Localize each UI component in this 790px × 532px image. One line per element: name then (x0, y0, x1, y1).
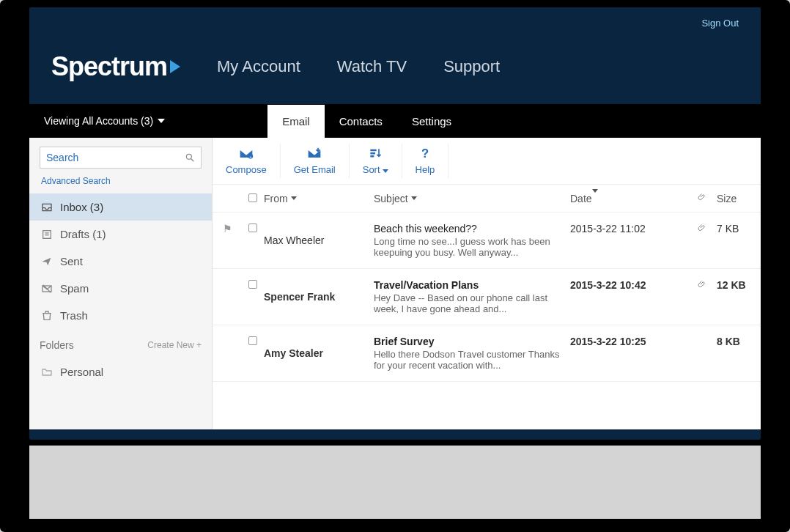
message-row[interactable]: ⚑Max WheelerBeach this weekend??Long tim… (213, 213, 761, 269)
sort-arrow-icon (291, 196, 297, 200)
subject-preview: Hey Dave -- Based on our phone call last… (374, 292, 563, 314)
row-checkbox[interactable] (242, 336, 264, 371)
subject-cell: Travel/Vacation PlansHey Dave -- Based o… (374, 279, 570, 314)
folder-inbox[interactable]: Inbox (3) (29, 193, 212, 221)
flag-cell[interactable] (213, 336, 242, 371)
folder-trash-label: Trash (60, 309, 88, 322)
get-email-label: Get Email (294, 164, 336, 175)
search-input[interactable] (46, 152, 185, 163)
sort-icon (367, 147, 383, 161)
search-wrap (29, 138, 212, 171)
folder-inbox-label: Inbox (3) (60, 201, 103, 213)
brand-text: Spectrum (51, 51, 167, 82)
folder-icon (41, 366, 53, 378)
inbox-icon (41, 202, 53, 213)
monitor-stand (29, 446, 761, 519)
sort-button[interactable]: Sort (350, 144, 402, 178)
size-cell: 7 KB (717, 223, 761, 258)
from-cell: Amy Stealer (264, 336, 374, 371)
flag-cell[interactable] (213, 279, 242, 314)
get-email-button[interactable]: Get Email (281, 144, 350, 178)
subject-cell: Brief SurveyHello there Dodson Travel cu… (374, 336, 570, 371)
folder-personal-label: Personal (60, 366, 103, 378)
header-row: Spectrum My Account Watch TV Support (29, 29, 761, 104)
sub-bar: Viewing All Accounts (3) Email Contacts … (29, 104, 761, 138)
chevron-down-icon (383, 169, 388, 173)
compose-button[interactable]: + Compose (213, 144, 281, 178)
compose-icon: + (238, 147, 254, 161)
sent-icon (41, 256, 53, 267)
folder-spam[interactable]: Spam (29, 275, 212, 302)
search-icon (185, 152, 195, 163)
spam-icon (41, 283, 53, 295)
row-checkbox[interactable] (242, 279, 264, 314)
top-bar: Sign Out (29, 7, 761, 29)
app-body: Advanced Search Inbox (3) Drafts (1) Sen… (29, 138, 761, 429)
folder-sent[interactable]: Sent (29, 248, 212, 275)
help-button[interactable]: ? Help (402, 144, 449, 178)
attachment-cell (687, 336, 717, 371)
paperclip-icon (698, 192, 706, 202)
sidebar: Advanced Search Inbox (3) Drafts (1) Sen… (29, 138, 213, 429)
size-cell: 12 KB (717, 279, 761, 314)
brand-logo[interactable]: Spectrum (51, 51, 180, 82)
main-panel: + Compose Get Email Sort ? Help (213, 138, 761, 429)
size-cell: 8 KB (717, 336, 761, 371)
folder-drafts-label: Drafts (1) (60, 228, 106, 240)
header-attachment (687, 192, 717, 204)
message-row[interactable]: Spencer FrankTravel/Vacation PlansHey Da… (213, 269, 761, 325)
play-triangle-icon (170, 60, 180, 73)
drafts-icon (41, 229, 53, 240)
nav-support[interactable]: Support (443, 57, 500, 76)
from-cell: Max Wheeler (264, 223, 374, 258)
nav-watch-tv[interactable]: Watch TV (337, 57, 407, 76)
folder-trash[interactable]: Trash (29, 302, 212, 329)
flag-cell[interactable]: ⚑ (213, 223, 242, 258)
subject-preview: Hello there Dodson Travel customer Thank… (374, 349, 563, 371)
svg-point-0 (186, 154, 191, 159)
sort-label: Sort (363, 164, 388, 175)
row-checkbox[interactable] (242, 223, 264, 258)
sort-arrow-icon (411, 196, 417, 200)
paperclip-icon (698, 223, 706, 233)
sign-out-link[interactable]: Sign Out (701, 18, 739, 29)
folders-section-header: Folders Create New + (29, 329, 212, 358)
folder-drafts[interactable]: Drafts (1) (29, 221, 212, 248)
tab-contacts[interactable]: Contacts (325, 105, 397, 138)
svg-line-1 (191, 159, 194, 162)
chevron-down-icon (158, 119, 165, 123)
header-date[interactable]: Date (570, 193, 687, 204)
attachment-cell (687, 279, 717, 314)
svg-text:?: ? (421, 147, 429, 160)
header-from[interactable]: From (264, 193, 374, 204)
tab-email[interactable]: Email (267, 105, 325, 138)
account-selector[interactable]: Viewing All Accounts (3) (29, 115, 180, 127)
advanced-search-link[interactable]: Advanced Search (29, 171, 212, 193)
folder-spam-label: Spam (60, 282, 89, 295)
search-box[interactable] (40, 147, 202, 169)
folders-label: Folders (40, 339, 74, 351)
help-label: Help (416, 164, 435, 175)
message-row[interactable]: Amy StealerBrief SurveyHello there Dodso… (213, 325, 761, 382)
header-size[interactable]: Size (717, 193, 761, 204)
subject-cell: Beach this weekend??Long time no see...I… (374, 223, 570, 258)
subject-title: Beach this weekend?? (374, 223, 563, 234)
create-folder-link[interactable]: Create New + (147, 340, 202, 350)
date-cell: 2015-3-22 10:25 (570, 336, 687, 371)
subject-title: Brief Survey (374, 336, 563, 347)
svg-text:+: + (249, 155, 252, 159)
folder-sent-label: Sent (60, 255, 83, 267)
tab-settings[interactable]: Settings (397, 105, 466, 138)
from-cell: Spencer Frank (264, 279, 374, 314)
nav-my-account[interactable]: My Account (217, 57, 300, 76)
header-subject[interactable]: Subject (374, 193, 570, 204)
sort-arrow-icon (592, 189, 598, 204)
tabs: Email Contacts Settings (267, 105, 466, 138)
flag-icon: ⚑ (223, 223, 232, 234)
trash-icon (41, 310, 53, 322)
select-all-checkbox[interactable] (242, 193, 264, 204)
account-selector-label: Viewing All Accounts (3) (44, 115, 153, 127)
date-cell: 2015-3-22 10:42 (570, 279, 687, 314)
subject-title: Travel/Vacation Plans (374, 279, 563, 291)
folder-personal[interactable]: Personal (29, 358, 212, 385)
